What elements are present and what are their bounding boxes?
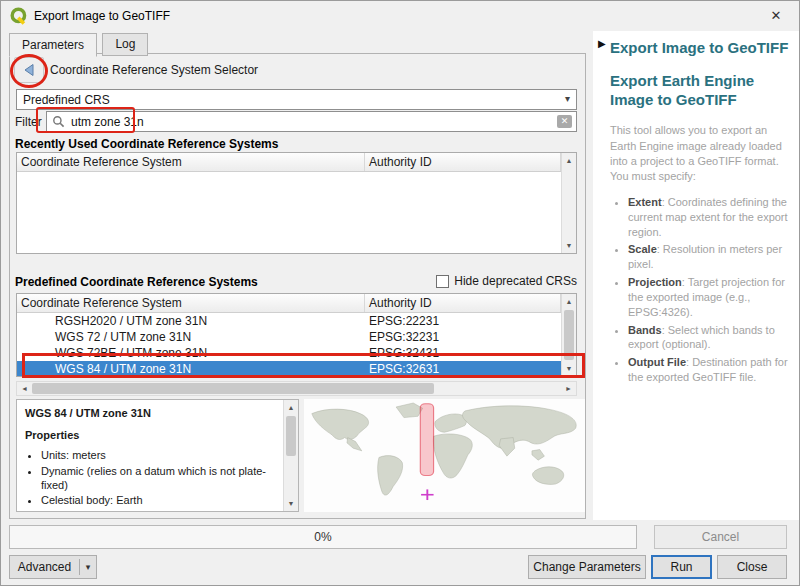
authority-cell: EPSG:22231: [365, 313, 561, 329]
list-item: Scale: Resolution in meters per pixel.: [628, 242, 792, 272]
table-row[interactable]: WGS 72BE / UTM zone 31N EPSG:32431: [17, 345, 561, 361]
help-subtitle: Export Earth Engine Image to GeoTIFF: [610, 72, 792, 110]
crs-selector-title: Coordinate Reference System Selector: [50, 63, 258, 77]
qgis-logo-icon: [10, 7, 28, 25]
progress-bar: 0%: [9, 525, 637, 549]
world-map: [304, 399, 585, 512]
extent-highlight: [420, 404, 433, 476]
hide-deprecated-label: Hide deprecated CRSs: [454, 274, 577, 288]
scrollbar-thumb[interactable]: [32, 383, 434, 394]
help-panel: ▶ Export Image to GeoTIFF Export Earth E…: [593, 31, 800, 520]
tab-bar: Parameters Log: [9, 32, 150, 54]
crs-name-cell: RGSH2020 / UTM zone 31N: [17, 313, 365, 329]
parameters-pane: Coordinate Reference System Selector Pre…: [9, 53, 586, 519]
col-crs[interactable]: Coordinate Reference System: [17, 153, 365, 171]
list-item: Output File: Destination path for the ex…: [628, 355, 792, 385]
table-row[interactable]: RGSH2020 / UTM zone 31N EPSG:22231: [17, 313, 561, 329]
scroll-down-icon[interactable]: ▼: [284, 496, 298, 511]
clear-filter-icon[interactable]: ✕: [557, 115, 572, 128]
recent-table-scrollbar[interactable]: ▲ ▼: [561, 153, 576, 253]
col-authority[interactable]: Authority ID: [365, 153, 561, 171]
scrollbar-thumb[interactable]: [564, 310, 574, 360]
back-arrow-icon: [21, 62, 37, 78]
hide-deprecated-checkbox[interactable]: [436, 275, 449, 288]
crs-source-value: Predefined CRS: [23, 93, 110, 107]
predefined-table-scrollbar[interactable]: ▲ ▼: [561, 294, 576, 376]
scroll-up-icon[interactable]: ▲: [562, 294, 576, 309]
list-item: Units: meters: [41, 449, 279, 463]
chevron-down-icon: ▾: [565, 93, 570, 104]
window-close-icon[interactable]: ✕: [765, 6, 787, 26]
scroll-right-icon[interactable]: ►: [561, 382, 576, 395]
progress-label: 0%: [314, 530, 331, 544]
authority-cell: EPSG:32631: [365, 361, 561, 376]
scroll-up-icon[interactable]: ▲: [562, 153, 576, 168]
predefined-crs-table: Coordinate Reference System Authority ID…: [16, 293, 577, 377]
table-row[interactable]: WGS 72 / UTM zone 31N EPSG:32231: [17, 329, 561, 345]
col-authority[interactable]: Authority ID: [365, 294, 561, 312]
scrollbar-thumb[interactable]: [286, 416, 296, 456]
recent-crs-table: Coordinate Reference System Authority ID…: [16, 152, 577, 254]
back-button[interactable]: [14, 57, 44, 83]
advanced-button[interactable]: Advanced ▾: [9, 555, 97, 579]
close-button[interactable]: Close: [717, 555, 787, 579]
list-item: Celestial body: Earth: [41, 494, 279, 508]
list-item: Bands: Select which bands to export (opt…: [628, 323, 792, 353]
crs-properties-list: Units: meters Dynamic (relies on a datum…: [25, 449, 279, 508]
cancel-button[interactable]: Cancel: [654, 525, 787, 549]
horizontal-scrollbar[interactable]: ◄ ►: [16, 381, 577, 396]
center-marker-icon: [421, 489, 433, 500]
filter-input-box[interactable]: ✕: [46, 111, 577, 132]
recent-table-body: [17, 172, 561, 253]
chevron-down-icon: ▾: [80, 562, 96, 572]
crs-name-cell: WGS 84 / UTM zone 31N: [17, 361, 365, 376]
recent-table-header: Coordinate Reference System Authority ID: [17, 153, 561, 172]
search-icon: [52, 115, 65, 128]
help-intro: This tool allows you to export an Earth …: [610, 123, 792, 185]
details-scrollbar[interactable]: ▲ ▼: [283, 400, 298, 511]
list-item: Dynamic (relies on a datum which is not …: [41, 465, 279, 493]
crs-map-preview: [304, 399, 585, 512]
crs-source-select[interactable]: Predefined CRS ▾: [16, 89, 577, 110]
scroll-left-icon[interactable]: ◄: [17, 382, 32, 395]
window-title: Export Image to GeoTIFF: [34, 9, 170, 23]
run-button[interactable]: Run: [651, 555, 712, 579]
authority-cell: EPSG:32231: [365, 329, 561, 345]
recent-crs-header: Recently Used Coordinate Reference Syste…: [15, 137, 278, 151]
filter-input[interactable]: [69, 114, 557, 130]
list-item: Extent: Coordinates defining the current…: [628, 195, 792, 240]
scroll-down-icon[interactable]: ▼: [562, 361, 576, 376]
change-parameters-button[interactable]: Change Parameters: [528, 555, 646, 579]
crs-name-cell: WGS 72BE / UTM zone 31N: [17, 345, 365, 361]
titlebar: Export Image to GeoTIFF ✕: [1, 1, 799, 31]
collapse-help-icon[interactable]: ▶: [598, 38, 606, 49]
authority-cell: EPSG:32431: [365, 345, 561, 361]
help-bullet-list: Extent: Coordinates defining the current…: [614, 195, 792, 385]
scroll-down-icon[interactable]: ▼: [562, 238, 576, 253]
predefined-table-header: Coordinate Reference System Authority ID: [17, 294, 561, 313]
filter-label: Filter: [15, 115, 42, 129]
col-crs[interactable]: Coordinate Reference System: [17, 294, 365, 312]
crs-name-cell: WGS 72 / UTM zone 31N: [17, 329, 365, 345]
table-row-selected[interactable]: WGS 84 / UTM zone 31N EPSG:32631: [17, 361, 561, 376]
tab-parameters[interactable]: Parameters: [9, 33, 97, 57]
crs-properties-header: Properties: [25, 429, 279, 441]
crs-details-panel: WGS 84 / UTM zone 31N Properties Units: …: [16, 399, 299, 512]
export-geotiff-dialog: Export Image to GeoTIFF ✕ Parameters Log…: [0, 0, 800, 586]
predefined-crs-header: Predefined Coordinate Reference Systems: [15, 275, 258, 289]
tab-log[interactable]: Log: [102, 33, 148, 56]
hide-deprecated-option: Hide deprecated CRSs: [436, 274, 577, 288]
crs-details-title: WGS 84 / UTM zone 31N: [25, 407, 279, 419]
help-title: Export Image to GeoTIFF: [610, 39, 792, 58]
scroll-up-icon[interactable]: ▲: [284, 400, 298, 415]
list-item: Projection: Target projection for the ex…: [628, 275, 792, 320]
